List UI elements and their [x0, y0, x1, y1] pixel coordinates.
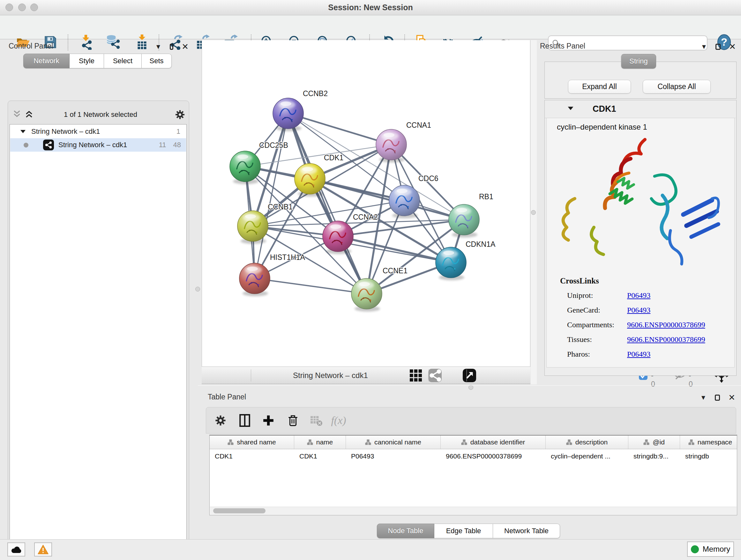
crosslink-link[interactable]: P06493: [627, 291, 650, 300]
table-cell[interactable]: cyclin–dependent ...: [546, 449, 628, 463]
node-CDC25B[interactable]: CDC25B: [230, 141, 288, 184]
tab-sets[interactable]: Sets: [142, 54, 172, 68]
title-bar: Session: New Session: [0, 0, 741, 15]
warning-icon[interactable]: [34, 543, 52, 557]
tab-style[interactable]: Style: [70, 54, 104, 68]
control-panel-title: Control Panel: [9, 42, 53, 51]
table-cell[interactable]: stringdb:9...: [628, 449, 680, 463]
network-status-dot: [23, 143, 28, 147]
network-graph[interactable]: CCNB2CCNA1CDC25BCDK1CDC6RB1CCNB1CCNA2CDK…: [202, 40, 530, 366]
table-cell[interactable]: P06493: [346, 449, 441, 463]
results-panel: Results Panel ▼ ✕ String Expand All Coll…: [537, 39, 741, 384]
panel-close-icon[interactable]: ✕: [729, 42, 736, 52]
crosslink-label: Uniprot:: [567, 291, 627, 300]
crosslink-row: Tissues:9606.ENSP00000378699: [567, 332, 727, 347]
toolbar-separator: [251, 369, 251, 381]
birdseye-view-icon[interactable]: [463, 367, 476, 384]
collapse-all-button[interactable]: Collapse All: [643, 80, 711, 94]
crosslink-link[interactable]: P06493: [627, 306, 650, 314]
column-type-icon: [643, 439, 650, 445]
memory-status-dot: [691, 545, 699, 553]
protein-structure-image: [549, 135, 731, 275]
table-cell[interactable]: stringdb: [680, 449, 737, 463]
node-HIST1H1A[interactable]: HIST1H1A: [239, 253, 306, 296]
node-CCNE1[interactable]: CCNE1: [351, 266, 408, 312]
table-cell[interactable]: CDK1: [294, 449, 346, 463]
node-details-section: CDK1 cyclin–dependent kinase 1: [544, 100, 737, 376]
network-row[interactable]: String Network – cdk1 11 48: [10, 138, 186, 152]
edge-HIST1H1A-CCNE1[interactable]: [255, 278, 367, 294]
tab-network-table[interactable]: Network Table: [493, 523, 560, 538]
tab-network[interactable]: Network: [23, 54, 70, 68]
tab-select[interactable]: Select: [104, 54, 142, 68]
column-header-name[interactable]: name: [294, 435, 346, 449]
crosslink-label: Compartments:: [567, 320, 627, 329]
table-options-gear-icon[interactable]: [212, 412, 229, 429]
cloud-status-icon[interactable]: [7, 543, 25, 557]
status-bar: Memory: [0, 539, 741, 560]
network-collection-row[interactable]: String Network – cdk1 1: [10, 125, 186, 138]
expand-all-networks-icon[interactable]: [24, 110, 33, 119]
window-title: Session: New Session: [0, 3, 741, 12]
create-column-icon[interactable]: [260, 412, 277, 429]
node-CDKN1A[interactable]: CDKN1A: [435, 240, 495, 280]
delete-column-icon[interactable]: [284, 412, 301, 429]
node-label-CDKN1A: CDKN1A: [466, 240, 495, 248]
column-header-shared-name[interactable]: shared name: [210, 435, 294, 449]
network-icon: [43, 139, 54, 150]
expand-all-button[interactable]: Expand All: [568, 80, 631, 94]
memory-button[interactable]: Memory: [687, 542, 734, 557]
show-columns-icon[interactable]: [236, 412, 253, 429]
panel-float-icon[interactable]: [170, 44, 173, 50]
tab-string[interactable]: String: [621, 54, 656, 69]
node-label-CCNE1: CCNE1: [383, 266, 408, 275]
column-header-namespace[interactable]: namespace: [680, 435, 737, 449]
collapse-all-networks-icon[interactable]: [12, 110, 21, 119]
column-header--id[interactable]: @id: [628, 435, 680, 449]
splitter-handle[interactable]: [195, 287, 200, 292]
panel-collapse-icon[interactable]: ▼: [155, 43, 161, 51]
panel-float-icon[interactable]: [715, 395, 720, 401]
edge-CCNB2-CCNE1[interactable]: [288, 113, 367, 294]
tree-expander-icon[interactable]: [20, 127, 26, 136]
tab-node-table[interactable]: Node Table: [377, 523, 434, 538]
function-builder-icon-disabled: f(x): [330, 412, 347, 429]
panel-float-icon[interactable]: [716, 44, 721, 50]
table-row[interactable]: CDK1CDK1P064939606.ENSP00000378699cyclin…: [210, 449, 737, 463]
tab-edge-table[interactable]: Edge Table: [434, 523, 493, 538]
grid-view-icon[interactable]: [410, 367, 422, 384]
panel-collapse-icon[interactable]: ▼: [701, 43, 707, 51]
network-options-gear-icon[interactable]: [175, 109, 185, 121]
network-share-view-icon[interactable]: [428, 367, 442, 384]
node-section-header[interactable]: CDK1: [545, 100, 736, 118]
network-canvas[interactable]: CCNB2CCNA1CDC25BCDK1CDC6RB1CCNB1CCNA2CDK…: [202, 40, 530, 367]
splitter-handle[interactable]: [531, 210, 536, 215]
column-type-icon: [688, 439, 694, 445]
crosslink-link[interactable]: 9606.ENSP00000378699: [627, 320, 705, 329]
column-header-canonical-name[interactable]: canonical name: [346, 435, 441, 449]
node-RB1[interactable]: RB1: [449, 192, 493, 238]
panel-close-icon[interactable]: ✕: [182, 42, 189, 52]
column-header-database-identifier[interactable]: database identifier: [441, 435, 546, 449]
network-node-count: 11: [159, 141, 166, 149]
node-label-CCNB2: CCNB2: [303, 89, 328, 98]
crosslink-link[interactable]: P06493: [627, 350, 650, 359]
scrollbar-thumb[interactable]: [213, 508, 266, 513]
delete-table-icon-disabled: [308, 412, 325, 429]
crosslink-link[interactable]: 9606.ENSP00000378699: [627, 335, 705, 344]
column-type-icon: [307, 439, 313, 445]
node-CDK1[interactable]: CDK1: [294, 153, 343, 197]
node-details-body: cyclin–dependent kinase 1: [546, 118, 735, 368]
panel-close-icon[interactable]: ✕: [728, 393, 735, 402]
table-cell[interactable]: CDK1: [210, 449, 294, 463]
table-cell[interactable]: 9606.ENSP00000378699: [441, 449, 546, 463]
node-CCNB2[interactable]: CCNB2: [273, 89, 328, 131]
edge-CCNB2-CCNA1[interactable]: [288, 113, 391, 145]
column-header-description[interactable]: description: [546, 435, 628, 449]
panel-collapse-icon[interactable]: ▼: [700, 394, 706, 401]
edge-CDK1-RB1[interactable]: [310, 179, 464, 220]
section-expander-icon[interactable]: [567, 106, 574, 112]
collection-count: 1: [177, 127, 180, 136]
horizontal-scrollbar[interactable]: [210, 507, 737, 515]
toolbar-separator: [467, 369, 467, 381]
